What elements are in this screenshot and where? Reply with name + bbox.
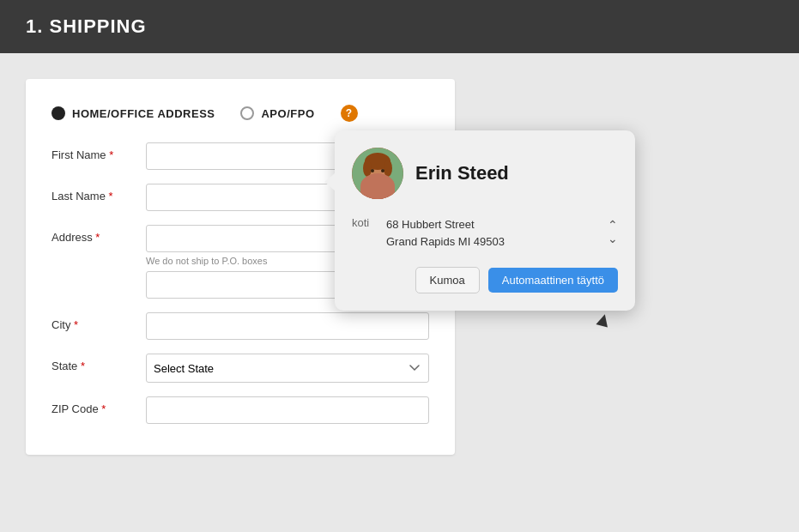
home-office-label: HOME/OFFICE ADDRESS — [72, 107, 215, 120]
apo-fpo-option[interactable]: APO/FPO — [240, 106, 314, 120]
apo-radio-empty — [240, 106, 254, 120]
first-name-label: First Name * — [51, 142, 146, 161]
last-name-label: Last Name * — [51, 184, 146, 203]
svg-point-3 — [363, 160, 372, 177]
apo-fpo-label: APO/FPO — [261, 107, 314, 120]
popup-name: Erin Steed — [415, 162, 509, 184]
city-input[interactable] — [146, 312, 429, 340]
autofill-popup: Erin Steed koti 68 Hubbert Street Grand … — [335, 130, 635, 311]
address-details: 68 Hubbert Street Grand Rapids MI 49503 — [386, 216, 599, 250]
required-star-5: * — [81, 360, 85, 372]
page-title: 1. Shipping — [26, 15, 773, 38]
svg-point-8 — [381, 169, 384, 172]
required-star-3: * — [95, 231, 100, 244]
zip-row: ZIP Code * — [51, 396, 429, 424]
address-tag: koti — [352, 216, 378, 229]
required-star: * — [109, 148, 113, 161]
page-header: 1. Shipping — [0, 0, 799, 53]
cursor-arrow — [596, 312, 610, 327]
address-line1: 68 Hubbert Street — [386, 216, 599, 233]
city-label: City * — [51, 312, 146, 331]
state-input-wrap: Select State Alabama Alaska Arizona Cali… — [146, 354, 429, 383]
required-star-2: * — [109, 190, 113, 203]
popup-address-row: koti 68 Hubbert Street Grand Rapids MI 4… — [352, 213, 618, 253]
address-label: Address * — [51, 225, 146, 244]
zip-input-wrap — [146, 396, 429, 424]
chevron-updown-icon[interactable]: ⌃⌄ — [608, 218, 618, 245]
autofill-button[interactable]: Automaattinen täyttö — [488, 268, 618, 293]
zip-label: ZIP Code * — [51, 396, 146, 415]
required-star-6: * — [101, 402, 106, 415]
svg-point-4 — [384, 160, 392, 177]
main-content: HOME/OFFICE ADDRESS APO/FPO ? First Name… — [0, 53, 799, 530]
svg-point-6 — [362, 186, 393, 199]
state-label: State * — [51, 354, 146, 372]
svg-point-7 — [371, 169, 374, 172]
help-icon[interactable]: ? — [341, 105, 358, 122]
address-type-row: HOME/OFFICE ADDRESS APO/FPO ? — [51, 105, 429, 122]
address-line2: Grand Rapids MI 49503 — [386, 233, 599, 251]
home-radio-selected — [51, 106, 65, 120]
popup-actions: Kumoa Automaattinen täyttö — [352, 267, 618, 293]
state-select[interactable]: Select State Alabama Alaska Arizona Cali… — [146, 354, 429, 383]
avatar — [352, 148, 403, 199]
state-row: State * Select State Alabama Alaska Ariz… — [51, 354, 429, 383]
popup-header: Erin Steed — [352, 148, 618, 199]
zip-input[interactable] — [146, 396, 429, 424]
required-star-4: * — [74, 318, 78, 331]
home-office-option[interactable]: HOME/OFFICE ADDRESS — [51, 106, 215, 120]
svg-rect-5 — [372, 182, 383, 189]
cancel-button[interactable]: Kumoa — [415, 267, 480, 293]
city-row: City * — [51, 312, 429, 340]
city-input-wrap — [146, 312, 429, 340]
